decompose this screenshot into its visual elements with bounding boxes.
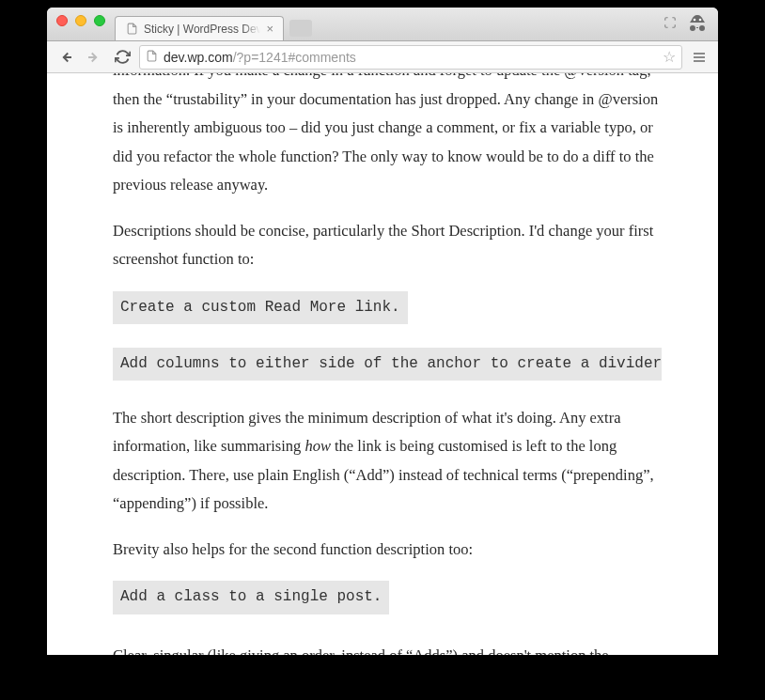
- page-icon: [146, 50, 158, 65]
- tab-strip: Sticky | WordPress Develop ×: [115, 16, 312, 40]
- forward-button[interactable]: [83, 46, 105, 69]
- browser-tab[interactable]: Sticky | WordPress Develop ×: [115, 16, 284, 40]
- paragraph: Clear, singular (like giving an order, i…: [113, 642, 662, 655]
- toolbar: dev.wp.com/?p=1241#comments ☆: [47, 41, 718, 73]
- code-block: Add a class to a single post.: [113, 581, 389, 614]
- traffic-lights: [56, 15, 105, 26]
- reload-button[interactable]: [111, 46, 133, 69]
- incognito-icon: [686, 13, 709, 36]
- titlebar-right: [664, 13, 709, 36]
- tab-close-icon[interactable]: ×: [266, 22, 273, 36]
- page-favicon-icon: [125, 23, 138, 36]
- url-path: /?p=1241#comments: [233, 50, 356, 65]
- menu-button[interactable]: [688, 46, 710, 69]
- paragraph: The short description gives the minimum …: [113, 404, 662, 519]
- bookmark-star-icon[interactable]: ☆: [663, 48, 676, 66]
- url-text: dev.wp.com/?p=1241#comments: [164, 50, 657, 65]
- paragraph: Descriptions should be concise, particul…: [113, 217, 662, 274]
- titlebar: Sticky | WordPress Develop ×: [47, 8, 718, 41]
- fullscreen-icon[interactable]: [664, 16, 677, 33]
- browser-window: Sticky | WordPress Develop ×: [47, 8, 718, 655]
- code-block: Create a custom Read More link.: [113, 291, 408, 325]
- svg-point-1: [699, 19, 702, 22]
- page-content: information. If you make a change in a f…: [47, 73, 718, 655]
- tab-title: Sticky | WordPress Develop: [144, 23, 260, 36]
- code-block: Add columns to either side of the anchor…: [113, 348, 662, 381]
- paragraph: information. If you make a change in a f…: [113, 73, 662, 200]
- svg-point-0: [694, 19, 696, 22]
- url-host: dev.wp.com: [164, 50, 233, 65]
- address-bar[interactable]: dev.wp.com/?p=1241#comments ☆: [139, 45, 682, 70]
- emphasis: how: [304, 437, 331, 455]
- paragraph: Brevity also helps for the second functi…: [113, 536, 662, 565]
- new-tab-button[interactable]: [289, 20, 312, 37]
- window-minimize-button[interactable]: [75, 15, 86, 26]
- window-maximize-button[interactable]: [94, 15, 105, 26]
- article-body: information. If you make a change in a f…: [47, 73, 718, 655]
- back-button[interactable]: [55, 46, 77, 69]
- window-close-button[interactable]: [56, 15, 68, 26]
